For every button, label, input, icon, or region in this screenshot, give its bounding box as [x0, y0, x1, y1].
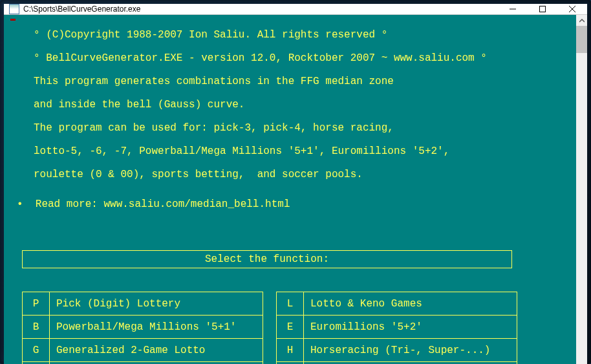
- window-title: C:\Sports\BellCurveGenerator.exe: [23, 5, 498, 14]
- intro-line: and inside the bell (Gauss) curve.: [34, 99, 570, 111]
- menu-label: DOUBLE-Zero Roulette: [304, 362, 517, 365]
- menu-key: H: [277, 339, 304, 362]
- menu-key: B: [23, 316, 50, 339]
- menu-label: Generalized 2-Game Lotto: [50, 339, 263, 362]
- client-area: ° (C)Copyright 1988-2007 Ion Saliu. All …: [4, 15, 587, 364]
- app-window: C:\Sports\BellCurveGenerator.exe ° (C)Co…: [4, 4, 587, 360]
- menu-label: Euromillions '5+2': [304, 316, 517, 339]
- menu-right-column: LLotto & Keno GamesEEuromillions '5+2'HH…: [276, 292, 517, 364]
- menu-key: G: [23, 339, 50, 362]
- menu-label: Horseracing (Tri-, Super-...): [304, 339, 517, 362]
- vertical-scrollbar[interactable]: [576, 15, 587, 364]
- console-output: ° (C)Copyright 1988-2007 Ion Saliu. All …: [4, 15, 576, 364]
- minimize-button[interactable]: [498, 4, 528, 14]
- menu-item[interactable]: EEuromillions '5+2': [277, 316, 517, 339]
- app-icon: [9, 4, 19, 14]
- svg-rect-1: [540, 6, 546, 12]
- menu-key: L: [277, 292, 304, 316]
- menu-item[interactable]: BPowerball/Mega Millions '5+1': [23, 316, 263, 339]
- menu-item[interactable]: LLotto & Keno Games: [277, 292, 517, 316]
- menu-left-column: PPick (Digit) LotteryBPowerball/Mega Mil…: [22, 292, 263, 364]
- menu-item[interactable]: DDOUBLE-Zero Roulette: [277, 362, 517, 365]
- intro-line: ° (C)Copyright 1988-2007 Ion Saliu. All …: [34, 29, 570, 41]
- scrollbar-thumb[interactable]: [576, 26, 587, 53]
- maximize-icon: [539, 6, 546, 12]
- function-menu: Select the function: PPick (Digit) Lotte…: [22, 227, 570, 364]
- menu-item[interactable]: ZSINGLE-Zero Roulette: [23, 362, 263, 365]
- close-button[interactable]: [557, 4, 587, 14]
- menu-key: P: [23, 292, 50, 316]
- intro-line: ° BellCurveGenerator.EXE - version 12.0,…: [34, 52, 570, 64]
- chevron-up-icon: [579, 18, 585, 23]
- menu-item[interactable]: GGeneralized 2-Game Lotto: [23, 339, 263, 362]
- menu-item[interactable]: PPick (Digit) Lottery: [23, 292, 263, 316]
- maximize-button[interactable]: [528, 4, 557, 14]
- close-icon: [569, 6, 575, 12]
- titlebar: C:\Sports\BellCurveGenerator.exe: [4, 4, 587, 15]
- intro-line: The program can be used for: pick-3, pic…: [34, 122, 570, 134]
- menu-key: E: [277, 316, 304, 339]
- read-more-line: • Read more: www.saliu.com/median_bell.h…: [17, 198, 570, 210]
- menu-key: Z: [23, 362, 50, 365]
- intro-line: roulette (0 & 00), sports betting, and s…: [34, 169, 570, 180]
- intro-line: This program generates combinations in t…: [34, 76, 570, 87]
- intro-line: lotto-5, -6, -7, Powerball/Mega Millions…: [34, 145, 570, 157]
- scrollbar-track[interactable]: [576, 26, 587, 364]
- bullet-icon: •: [17, 198, 36, 210]
- console-cursor: [10, 19, 16, 21]
- menu-label: SINGLE-Zero Roulette: [50, 362, 263, 365]
- read-more-text: Read more: www.saliu.com/median_bell.htm…: [36, 198, 290, 210]
- menu-item[interactable]: HHorseracing (Tri-, Super-...): [277, 339, 517, 362]
- menu-label: Lotto & Keno Games: [304, 292, 517, 316]
- window-controls: [498, 4, 587, 14]
- menu-key: D: [277, 362, 304, 365]
- scroll-up-button[interactable]: [576, 15, 587, 26]
- menu-title: Select the function:: [22, 250, 512, 268]
- menu-label: Pick (Digit) Lottery: [50, 292, 263, 316]
- minimize-icon: [510, 6, 516, 12]
- menu-label: Powerball/Mega Millions '5+1': [50, 316, 263, 339]
